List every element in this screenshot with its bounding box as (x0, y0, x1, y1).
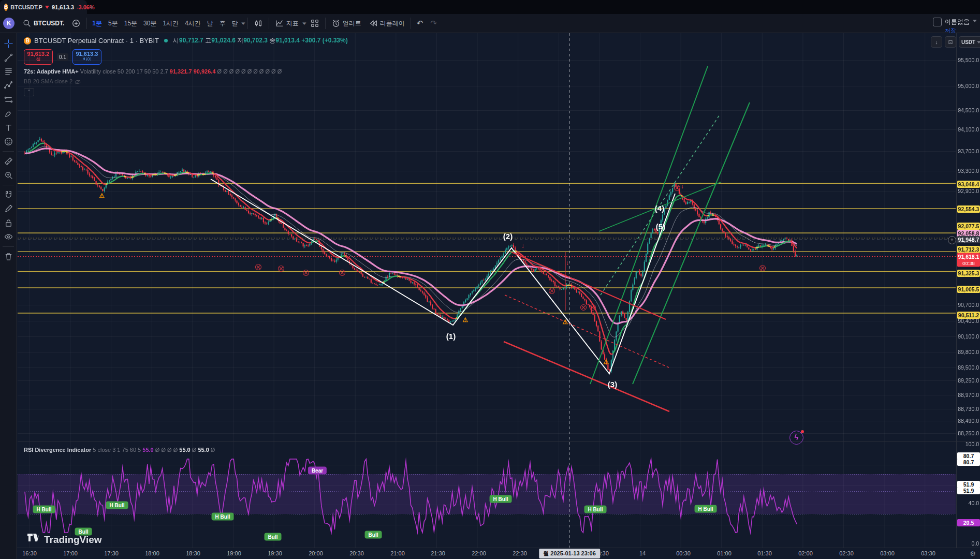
forecast-tool-icon[interactable] (2, 93, 15, 107)
ohlc-values: 시90,712.7 고91,024.6 저90,702.3 종91,013.4 … (173, 36, 348, 45)
legend-collapse-button[interactable]: ⌃ (24, 88, 34, 96)
price-axis-label: 93,700.0 (958, 148, 979, 154)
price-axis[interactable]: 95,500.095,000.094,500.094,100.093,700.0… (956, 33, 980, 548)
toolbar-separator (411, 18, 411, 29)
down-triangle-icon (45, 6, 49, 9)
drawing-lock-tool-icon[interactable] (2, 202, 15, 216)
quantity-field[interactable]: 0.1 (57, 53, 68, 61)
indicator-templates-button[interactable] (306, 17, 323, 30)
indicator-row-hma[interactable]: 72s: Adaptive HMA+ Volatility close 50 2… (24, 68, 348, 75)
compare-add-button[interactable] (68, 17, 84, 30)
settings-gear-icon[interactable]: ⚙ (970, 550, 976, 557)
price-level-label: 90,511.2 (957, 312, 980, 319)
layout-name[interactable]: 이름없음 (945, 18, 970, 25)
alert-button[interactable]: 얼러트 (328, 17, 365, 30)
price-axis-label: 94,500.0 (958, 107, 979, 113)
rsi-axis-label: 51.9 (957, 487, 980, 494)
rsi-axis-label: 80.7 (957, 459, 980, 466)
notification-dot (801, 430, 804, 433)
replay-button[interactable]: 리플레이 (365, 17, 408, 30)
rsi-axis-label: 100.0 (966, 441, 979, 447)
timeframe-1w[interactable]: 주 (216, 19, 229, 28)
user-avatar[interactable]: K (3, 18, 14, 29)
rsi-divergence-badge: H Bull (106, 502, 128, 509)
bitcoin-icon: B (4, 4, 8, 11)
candlestick-icon (254, 19, 263, 28)
buy-button[interactable]: 91,613.3바이 (72, 49, 101, 65)
screenshot-icon[interactable]: ⊡ (945, 36, 956, 48)
timeframe-1h[interactable]: 1시간 (159, 19, 182, 28)
tab-price: 91,613.3 (52, 4, 74, 10)
currency-dropdown[interactable]: USDT▼ (959, 36, 980, 48)
trash-icon[interactable] (2, 249, 15, 263)
chevron-down-icon[interactable]: ▼ (972, 19, 978, 23)
crosshair-tool-icon[interactable] (2, 37, 15, 51)
pattern-tool-icon[interactable] (2, 79, 15, 93)
last-price-label: 91,618.100:38 (957, 253, 980, 267)
time-axis-label: 22:00 (472, 550, 486, 556)
rsi-divergence-badge: H Bull (695, 505, 717, 513)
measure-tool-icon[interactable] (2, 154, 15, 168)
time-axis-label: 02:00 (798, 550, 813, 556)
timeframe-1d[interactable]: 날 (204, 19, 216, 28)
price-axis-label: 94,100.0 (958, 126, 979, 133)
time-axis[interactable]: ⚙ 16:3017:0017:3018:0018:3019:0019:3020:… (17, 548, 980, 559)
indicator-row-bb[interactable]: BB 20 SMA close 2 (24, 78, 348, 85)
price-level-label: 92,554.3 (957, 205, 980, 213)
timeframe-1m[interactable]: 1분 (89, 19, 105, 28)
chart-style-button[interactable] (250, 17, 267, 30)
main-toolbar: K BTCUSDT. 1분 5분 15분 30분 1시간 4시간 날 주 달 ▼… (0, 14, 980, 33)
timeframe-30m[interactable]: 30분 (140, 19, 159, 28)
price-axis-label: 88,490.0 (958, 418, 979, 424)
time-axis-label: 16:30 (22, 550, 37, 556)
undo-button[interactable]: ↶ (413, 17, 427, 30)
symbol-search-button[interactable]: BTCUSDT. (19, 17, 68, 30)
chevron-down-icon[interactable]: ▼ (301, 21, 308, 26)
timeframe-1mo[interactable]: 달 (229, 19, 241, 28)
timeframe-15m[interactable]: 15분 (121, 19, 140, 28)
search-icon (22, 19, 32, 28)
rsi-divergence-badge: Bull (365, 531, 382, 539)
rsi-divergence-badge: Bull (265, 533, 282, 541)
zoom-in-tool-icon[interactable] (2, 168, 15, 182)
indicators-button[interactable]: 지표 (271, 17, 302, 30)
redo-button[interactable]: ↷ (427, 17, 441, 30)
checkbox[interactable] (933, 18, 942, 26)
timeframe-4h[interactable]: 4시간 (182, 19, 204, 28)
scroll-to-recent-icon[interactable]: ↓ (931, 36, 942, 48)
symbol-row[interactable]: B BTCUSDT Perpetual Contract · 1 · BYBIT… (24, 36, 348, 45)
price-axis-label: 92,900.0 (958, 188, 979, 194)
rsi-divergence-badge: H Bull (584, 506, 607, 513)
toolbar-separator (269, 18, 269, 29)
time-axis-label: 19:00 (227, 550, 241, 556)
price-axis-label: 88,730.0 (958, 406, 979, 412)
magnet-tool-icon[interactable] (2, 188, 15, 202)
eye-off-icon[interactable] (74, 79, 81, 85)
brush-tool-icon[interactable] (2, 107, 15, 121)
visibility-tool-icon[interactable] (2, 230, 15, 244)
layout-save-area: 이름없음 저장 ▼ (933, 17, 977, 35)
sell-button[interactable]: 91,613.2셀 (24, 49, 53, 65)
time-axis-label: 20:30 (349, 550, 364, 556)
price-axis-label: 95,000.0 (958, 83, 979, 89)
timeframe-5m[interactable]: 5분 (105, 19, 121, 28)
lock-tool-icon[interactable] (2, 216, 15, 230)
save-button[interactable]: 저장 (945, 27, 970, 35)
time-axis-label: 02:30 (839, 550, 854, 556)
symbol-tab[interactable]: B BTCUSDT.P 91,613.3 -3.06% (0, 0, 87, 14)
time-axis-label: 17:30 (104, 550, 119, 556)
quick-trade-lightning-button[interactable]: ϟ (789, 431, 803, 445)
text-tool-icon[interactable] (2, 121, 15, 135)
replay-label: 리플레이 (380, 19, 405, 28)
indicator-row-rsi[interactable]: RSI Divergence Indicator 5 close 3 1 75 … (24, 447, 215, 453)
symbol-title: BTCUSDT Perpetual Contract · 1 · BYBIT (34, 37, 159, 45)
time-axis-label: 21:30 (431, 550, 445, 556)
new-tab-button[interactable]: + (89, 2, 94, 11)
crosshair-plus-icon[interactable]: + (948, 236, 956, 244)
emoji-tool-icon[interactable] (2, 135, 15, 149)
fib-tool-icon[interactable] (2, 65, 15, 79)
bitcoin-icon: B (24, 37, 31, 45)
trendline-tool-icon[interactable] (2, 51, 15, 65)
chevron-down-icon[interactable]: ▼ (240, 21, 246, 26)
rail-separator (3, 185, 14, 185)
